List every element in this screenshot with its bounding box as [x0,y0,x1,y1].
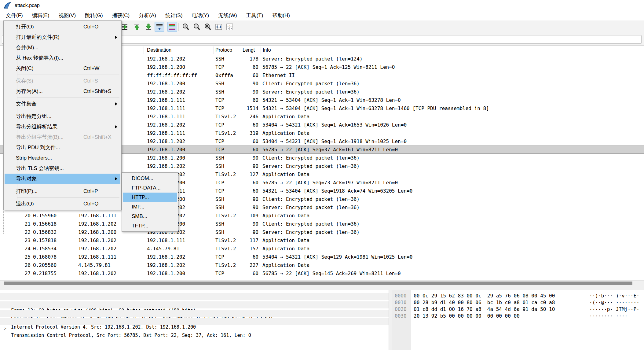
packet-row[interactable]: 25 0.168078 192.168.1.111 192.168.1.202 … [0,253,644,261]
horizontal-scrollbar-thumb[interactable] [4,282,632,285]
file-menu-item[interactable]: 导出特定分组... [5,111,120,122]
file-menu-item[interactable]: 保存(S) Ctrl+S [5,76,120,86]
hex-row[interactable]: 0000 00 0c 29 15 62 83 00 0c 29 a5 76 06… [392,293,644,299]
details-hex-divider[interactable] [389,290,392,350]
detail-line[interactable]: > Internet Protocol Version 4, Src: 192.… [0,310,389,317]
packet-protocol: SSH [215,220,224,228]
menubar-item[interactable]: 捕获(C) [108,11,134,20]
packet-no: 21 [0,220,31,228]
file-menu-item[interactable] [4,184,121,186]
packet-info: 53404 → 54321 [ACK] Seq=1 Ack=1653 Win=1… [262,121,407,129]
packet-info: Client: Encrypted packet (len=36) [262,278,360,280]
header-destination[interactable]: Destination [147,46,171,54]
file-menu-item[interactable] [4,197,121,199]
file-menu-item[interactable]: 从 Hex 转储导入(I)... [5,53,120,63]
file-menu-item[interactable]: 导出分组解析结果 [5,122,120,132]
packet-time: 0.218755 [33,269,57,278]
layout-button[interactable]: 1 2 3 [225,22,235,32]
packet-row[interactable]: 21 0.156618 192.168.1.202 192.168.1.200 … [0,220,644,228]
packet-destination: 192.168.1.111 [147,129,185,137]
file-menu-item[interactable]: 打印(P)... Ctrl+P [5,186,120,197]
file-menu-item[interactable] [4,74,121,76]
header-info[interactable]: Info [263,46,271,54]
export-submenu-item[interactable]: SMB... [123,212,177,221]
header-length[interactable]: Lengt [243,46,255,54]
file-menu-item[interactable]: 关闭(C) Ctrl+W [5,63,120,74]
menu-item-shortcut: Ctrl+P [83,186,98,197]
menubar-item[interactable]: 文件(F) [1,11,27,20]
packet-destination: 192.168.1.202 [147,137,185,146]
menubar-item[interactable]: 统计(S) [161,11,187,20]
file-menu-item[interactable]: 导出 PDU 到文件... [5,142,120,153]
export-submenu-item[interactable]: TFTP... [123,221,177,230]
file-menu-item[interactable]: 另存为(A)... Ctrl+Shift+S [5,86,120,97]
packet-destination: 192.168.1.202 [147,121,185,129]
packet-info: 53404 → 54321 [ACK] Seq=1 Ack=1918 Win=1… [262,137,407,146]
zoom-in-button[interactable] [181,22,191,32]
packet-info: Application Data [262,245,309,253]
hex-bytes: 00 28 b9 d1 40 00 80 06 bc 1b c0 a8 01 c… [414,299,555,306]
export-submenu-item[interactable]: HTTP... [123,193,177,202]
zoom-reset-button[interactable] [203,22,213,32]
menubar-item-label: 跳转(G) [85,13,103,18]
detail-line[interactable]: > Ethernet II, Src: VMware_a5:76:06 (00:… [0,301,389,308]
packet-row[interactable]: 27 0.218755 192.168.1.202 192.168.1.200 … [0,269,644,278]
menu-item-shortcut: Ctrl+Q [83,199,99,209]
menubar-item[interactable]: 视图(V) [54,11,80,20]
packet-length: 178 [228,55,258,63]
menubar-item[interactable]: 跳转(G) [80,11,108,20]
packet-row[interactable]: 22 0.156832 192.168.1.200 192.168.1.202 … [0,228,644,236]
file-menu-item[interactable]: 导出 TLS 会话密钥... [5,163,120,174]
menubar-item[interactable]: 帮助(H) [268,11,295,20]
auto-scroll-toggle-button[interactable] [155,22,164,32]
go-to-packet-button[interactable] [120,22,130,32]
file-menu-item[interactable]: 导出分组字节流(B)... Ctrl+Shift+X [5,132,120,142]
hex-row[interactable]: 0030 20 13 92 b5 00 00 00 00 00 00 00 00… [392,313,644,319]
file-menu-item[interactable]: 合并(M)... [5,42,120,53]
header-protocol[interactable]: Protoco [215,46,232,54]
packet-row[interactable]: 23 0.157818 192.168.1.202 192.168.1.111 … [0,236,644,245]
export-submenu-item[interactable]: DICOM... [123,174,177,183]
file-menu-item[interactable]: 退出(Q) Ctrl+Q [5,199,120,209]
detail-line[interactable]: > Frame 12: 60 bytes on wire (480 bits),… [0,293,389,300]
menu-item-label: Strip Headers... [16,155,52,161]
packet-row[interactable]: 24 0.158534 192.168.1.202 4.145.79.81 TL… [0,245,644,253]
detail-line[interactable]: > Transmission Control Protocol, Src Por… [0,318,389,325]
menubar-item[interactable]: 工具(T) [242,11,268,20]
export-submenu-item[interactable]: FTP-DATA... [123,183,177,193]
menubar-item-label: 文件(F) [6,13,23,18]
go-last-packet-button[interactable] [144,22,153,32]
resize-columns-icon [215,23,223,31]
packet-no: 27 [0,269,31,278]
packet-row[interactable]: 20 0.155960 192.168.1.111 192.168.1.202 … [0,212,644,220]
packet-no: 25 [0,253,31,261]
zoom-in-icon [182,23,190,31]
svg-text:2: 2 [228,28,229,30]
packet-row[interactable]: SSH 90 Client: Encrypted packet (len=36) [0,278,644,280]
file-menu-item[interactable]: 导出对象 [5,174,120,184]
packet-destination: ff:ff:ff:ff:ff:ff [147,71,197,79]
colorize-toggle-button[interactable] [167,22,177,32]
file-menu-item[interactable]: 文件集合 [5,99,120,109]
file-menu-item[interactable]: Strip Headers... [5,153,120,163]
hex-row[interactable]: 0020 01 c8 dd d1 00 16 70 a8 4a 54 4d 6a… [392,306,644,313]
file-menu-item[interactable]: 打开最近的文件(R) [5,32,120,42]
menubar-item[interactable]: 分析(A) [134,11,161,20]
file-menu-item[interactable]: 打开(O) Ctrl+O [5,22,120,32]
zoom-out-button[interactable] [192,22,202,32]
pane-splitter[interactable] [0,286,644,290]
menubar-item[interactable]: 无线(W) [214,11,241,20]
file-menu-item[interactable] [4,109,121,111]
expand-chevron-icon[interactable]: > [4,325,6,332]
resize-columns-button[interactable] [214,22,224,32]
horizontal-scrollbar[interactable] [0,280,644,286]
hex-row[interactable]: 0010 00 28 b9 d1 40 00 80 06 bc 1b c0 a8… [392,299,644,306]
menubar-item[interactable]: 电话(Y) [187,11,214,20]
export-submenu-item[interactable]: IMF... [123,202,177,212]
packet-row[interactable]: 26 0.205560 4.145.79.81 192.168.1.202 TL… [0,261,644,269]
file-menu-item[interactable] [4,97,121,99]
packet-destination: 4.145.79.81 [147,245,179,253]
packet-info: 56785 → 22 [ACK] Seq=1 Ack=125 Win=8211 … [262,63,395,71]
menubar-item[interactable]: 编辑(E) [27,11,54,20]
go-first-packet-button[interactable] [132,22,142,32]
